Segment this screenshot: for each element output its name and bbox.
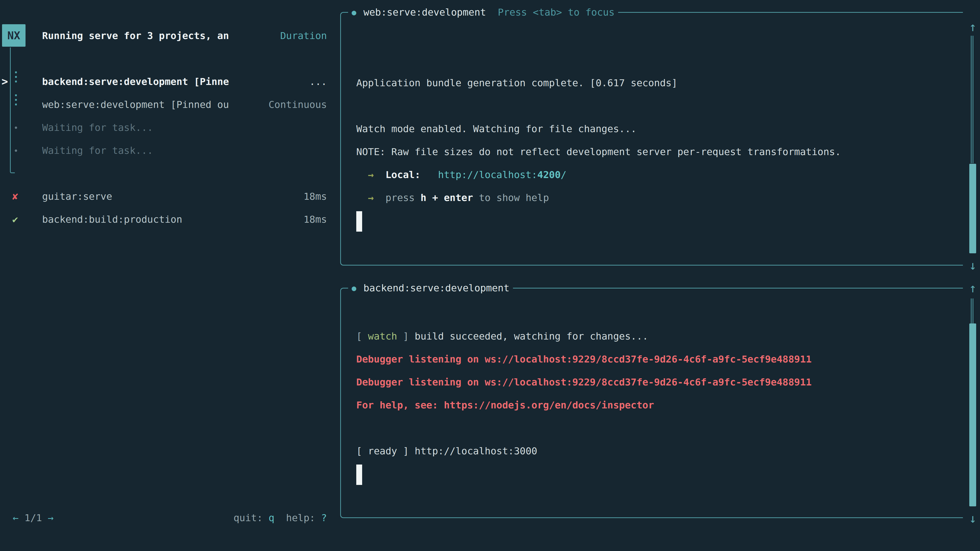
task-row[interactable]: Waiting for task... (0, 139, 327, 162)
terminal-text: Application bundle generation complete. … (356, 77, 677, 89)
duration-column-header: Duration (0, 24, 327, 47)
terminal-text: h + enter (421, 192, 473, 203)
terminal-line (356, 209, 963, 232)
terminal-cursor (356, 211, 362, 232)
task-label: backend:build:production (42, 208, 182, 231)
terminal-text: 4200 (537, 169, 561, 180)
scroll-up-icon[interactable]: ↑ (967, 20, 978, 34)
task-status-success-icon: ✔ (12, 208, 18, 231)
terminal-line (356, 25, 963, 48)
task-row[interactable]: ✔backend:build:production18ms (0, 208, 327, 231)
pane-backend-serve-development[interactable]: ● backend:serve:development [ watch ] bu… (340, 288, 963, 518)
terminal-text: Watch mode enabled. Watching for file ch… (356, 123, 636, 135)
terminal-text: [ ready ] http://localhost:3000 (356, 445, 537, 457)
terminal-text: Local: (385, 169, 420, 180)
terminal-line: → press h + enter to show help (356, 186, 963, 209)
scroll-up-icon[interactable]: ↑ (967, 281, 978, 295)
help-label: help: (274, 512, 321, 524)
terminal-line: Debugger listening on ws://localhost:922… (356, 348, 963, 371)
quit-key[interactable]: q (269, 512, 274, 524)
task-waiting-dot-icon (15, 149, 17, 152)
terminal-text: Debugger listening on ws://localhost:922… (356, 376, 811, 388)
task-status-failed-icon: ✘ (12, 185, 18, 208)
task-label: Waiting for task... (42, 139, 153, 162)
task-label: guitar:serve (42, 185, 112, 208)
scrollbar-track[interactable] (971, 299, 974, 324)
keybind-help: quit: q help: ? (0, 507, 327, 529)
terminal-text: NOTE: Raw file sizes do not reflect deve… (356, 146, 841, 157)
task-running-spinner-icon (15, 94, 17, 105)
terminal-line: [ ready ] http://localhost:3000 (356, 440, 963, 462)
terminal-line: For help, see: https://nodejs.org/en/doc… (356, 394, 963, 416)
task-label: web:serve:development [Pinned ou (42, 93, 229, 116)
terminal-line (356, 302, 963, 325)
task-label: backend:serve:development [Pinne (42, 70, 229, 93)
terminal-line: Watch mode enabled. Watching for file ch… (356, 118, 963, 140)
task-row[interactable]: Waiting for task... (0, 116, 327, 139)
nx-tui-app: NX Running serve for 3 projects, an Dura… (0, 0, 980, 551)
task-duration-value: ... (309, 70, 327, 93)
terminal-text: http://localhost: (438, 169, 537, 180)
task-waiting-dot-icon (15, 127, 17, 129)
terminal-output[interactable]: [ watch ] build succeeded, watching for … (341, 289, 963, 517)
terminal-line (356, 462, 963, 486)
task-row[interactable]: >backend:serve:development [Pinne... (0, 70, 327, 93)
terminal-text (421, 169, 438, 180)
terminal-line: → Local: http://localhost:4200/ (356, 163, 963, 186)
terminal-text: / (561, 169, 566, 180)
terminal-line (356, 48, 963, 71)
task-duration-value: Continuous (269, 93, 327, 116)
task-duration-value: 18ms (304, 208, 327, 231)
terminal-line: Application bundle generation complete. … (356, 71, 963, 94)
task-label: Waiting for task... (42, 116, 153, 139)
scrollbar-thumb[interactable] (969, 164, 976, 253)
terminal-line (356, 416, 963, 440)
terminal-text: build succeeded, watching for changes... (415, 330, 648, 342)
terminal-output[interactable]: Application bundle generation complete. … (341, 13, 963, 265)
terminal-text: ] (397, 330, 415, 342)
terminal-cursor (356, 465, 362, 485)
terminal-text: Debugger listening on ws://localhost:922… (356, 354, 811, 365)
terminal-text (374, 169, 386, 180)
scrollbar-thumb[interactable] (969, 324, 976, 507)
task-row[interactable]: ✘guitar:serve18ms (0, 185, 327, 208)
pane-web-serve-development[interactable]: ● web:serve:development Press <tab> to f… (340, 12, 963, 265)
terminal-text (374, 192, 386, 203)
terminal-text: For help, see: https://nodejs.org/en/doc… (356, 400, 654, 411)
selected-task-caret-icon: > (2, 70, 8, 93)
scroll-down-icon[interactable]: ↓ (967, 511, 978, 525)
task-duration-value: 18ms (304, 185, 327, 208)
terminal-text: → (356, 192, 374, 203)
terminal-line: [ watch ] build succeeded, watching for … (356, 325, 963, 348)
quit-label: quit: (234, 512, 269, 524)
help-key[interactable]: ? (321, 512, 327, 524)
terminal-line: NOTE: Raw file sizes do not reflect deve… (356, 140, 963, 163)
terminal-text: to show help (473, 192, 549, 203)
task-row[interactable]: web:serve:development [Pinned ouContinuo… (0, 93, 327, 116)
scrollbar-track[interactable] (971, 36, 974, 163)
terminal-line (356, 94, 963, 118)
terminal-text: press (385, 192, 420, 203)
terminal-line: Debugger listening on ws://localhost:922… (356, 371, 963, 394)
terminal-text: [ (356, 330, 368, 342)
task-running-spinner-icon (15, 71, 17, 83)
terminal-text: → (356, 169, 374, 180)
terminal-text: watch (368, 330, 397, 342)
scroll-down-icon[interactable]: ↓ (967, 259, 978, 272)
